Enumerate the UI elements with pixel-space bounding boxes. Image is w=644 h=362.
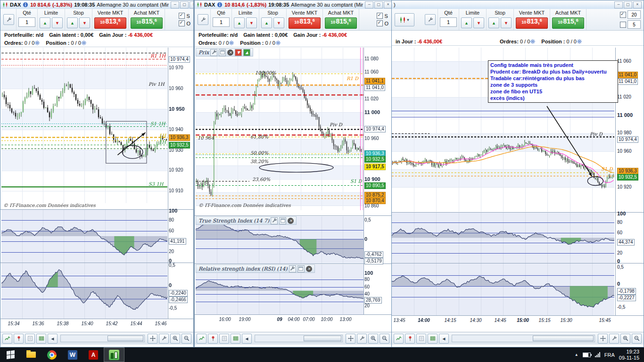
table-view-button[interactable] (231, 334, 240, 344)
gear-icon[interactable] (577, 39, 582, 44)
buy-stop-button[interactable]: ▲ (488, 17, 499, 28)
buy-limit-button[interactable]: ▲ (461, 17, 472, 28)
indicator-chart-2[interactable] (392, 263, 614, 315)
zoom-out-button[interactable] (380, 334, 389, 344)
indicator-chart-1[interactable] (392, 213, 614, 263)
pan-button[interactable] (346, 334, 355, 344)
order-option-checkbox[interactable]: O (377, 20, 388, 26)
sell-limit-button[interactable]: ▼ (246, 17, 257, 28)
price-chart[interactable] (196, 48, 363, 210)
pane-close-button[interactable]: × (306, 266, 312, 272)
gear-icon[interactable] (275, 40, 281, 46)
scrollbar-thumb[interactable] (107, 336, 143, 341)
indicator-chart-1[interactable] (1, 210, 167, 263)
pane-settings-button[interactable] (271, 217, 278, 224)
buy-market-button[interactable]: 10815,6 (325, 17, 357, 29)
sell-shortcut-button[interactable]: ▼ (235, 49, 242, 56)
window-titlebar[interactable]: DAX 10 814,6 (-1,83%) 19:08:35 Allemagne… (195, 0, 391, 9)
rsi-pane-header[interactable]: Relative strength index (RSI) (14) × (196, 264, 315, 273)
info-icon[interactable] (23, 2, 28, 8)
sell-market-button[interactable]: 10813,6 (516, 17, 548, 29)
close-button[interactable] (190, 1, 193, 8)
order-option-checkbox[interactable] (620, 20, 641, 29)
scrollbar-thumb[interactable] (533, 336, 594, 341)
sell-limit-button[interactable]: ▼ (52, 17, 63, 28)
maximize-button[interactable] (374, 1, 383, 8)
qty-input[interactable] (213, 17, 230, 27)
sell-stop-button[interactable]: ▼ (79, 17, 90, 28)
qty-input[interactable] (440, 17, 457, 27)
maximize-button[interactable] (180, 1, 189, 8)
minimize-button[interactable] (365, 1, 373, 8)
table-view-button[interactable] (428, 334, 438, 344)
chart-scrollbar[interactable] (452, 335, 595, 342)
analysis-note[interactable]: Config tradable mais très prudentPrudent… (488, 60, 618, 103)
scroll-left-button[interactable]: ◄ (439, 334, 449, 344)
order-settings-button[interactable] (198, 14, 208, 25)
orders-list-button[interactable] (416, 334, 426, 344)
zoom-in-button[interactable] (170, 334, 180, 344)
indicator-selector-button[interactable]: ▼ (395, 13, 414, 26)
language-indicator[interactable]: FRA (604, 352, 615, 358)
zoom-out-button[interactable] (632, 334, 642, 344)
pin-button[interactable] (405, 334, 415, 344)
maximize-button[interactable] (624, 1, 632, 8)
scroll-left-button[interactable]: ◄ (242, 334, 252, 344)
pane-window-button[interactable] (297, 265, 305, 272)
minimize-button[interactable] (171, 1, 179, 8)
price-chart[interactable] (1, 48, 167, 203)
start-button[interactable] (0, 347, 21, 362)
file-explorer-icon[interactable] (21, 347, 41, 362)
sell-market-button[interactable]: 10 813, 6 (94, 17, 126, 29)
stop-option-checkbox[interactable]: S (179, 13, 190, 19)
scroll-left-button[interactable]: ◄ (48, 334, 58, 344)
order-option-checkbox[interactable]: O (179, 20, 190, 26)
buy-stop-button[interactable]: ▲ (67, 17, 78, 28)
acrobat-icon[interactable] (83, 347, 104, 362)
pane-window-button[interactable] (219, 49, 226, 56)
chart-scrollbar[interactable] (255, 335, 343, 342)
pane-close-button[interactable]: × (288, 218, 294, 224)
scrollbar-thumb[interactable] (304, 336, 341, 341)
table-view-button[interactable] (36, 334, 46, 344)
zoom-in-button[interactable] (620, 334, 630, 344)
buy-limit-button[interactable]: ▲ (234, 17, 245, 28)
chart-scrollbar[interactable] (60, 335, 145, 342)
orders-list-button[interactable] (25, 334, 35, 344)
minimize-button[interactable] (614, 1, 623, 8)
chart-settings-button[interactable] (159, 334, 169, 344)
buy-market-button[interactable]: 10815,6 (552, 17, 584, 29)
sell-market-button[interactable]: 10813,6 (289, 17, 321, 29)
orders-list-button[interactable] (219, 334, 229, 344)
order-settings-button[interactable] (3, 14, 14, 25)
chart-type-button[interactable] (2, 334, 12, 344)
window-titlebar[interactable]: DAX 10 814,6 (-1,83%) 19:08:35 Allemagne… (0, 0, 193, 9)
pan-button[interactable] (598, 334, 608, 344)
pane-close-button[interactable]: × (227, 49, 233, 56)
buy-stop-button[interactable]: ▲ (261, 17, 272, 28)
buy-limit-button[interactable]: ▲ (40, 17, 50, 28)
sell-stop-button[interactable]: ▼ (501, 17, 512, 28)
price-pane-header[interactable]: Prix × ▼ ▲ (196, 48, 253, 57)
info-icon[interactable] (217, 2, 223, 8)
gear-icon[interactable] (81, 40, 87, 46)
sell-limit-button[interactable]: ▼ (473, 17, 484, 28)
chart-settings-button[interactable] (609, 334, 619, 344)
buy-shortcut-button[interactable]: ▲ (243, 49, 250, 56)
order-settings-button[interactable] (425, 14, 436, 25)
qty-input[interactable] (18, 17, 35, 27)
pane-settings-button[interactable] (210, 49, 217, 56)
zoom-out-button[interactable] (182, 334, 191, 344)
chart-type-button[interactable] (394, 334, 404, 344)
pane-window-button[interactable] (279, 217, 286, 224)
chart-type-button[interactable] (197, 334, 206, 344)
indicator-chart-2[interactable] (1, 263, 167, 319)
gear-icon[interactable] (34, 40, 40, 46)
buy-market-button[interactable]: 10 815, 6 (131, 17, 163, 29)
chart-settings-button[interactable] (357, 334, 367, 344)
gear-icon[interactable] (229, 40, 234, 46)
pin-button[interactable] (14, 334, 24, 344)
tsi-pane-header[interactable]: True Strength Index (14 7) × (196, 216, 297, 225)
stop-distance-input[interactable] (627, 10, 641, 19)
word-icon[interactable] (62, 347, 83, 362)
